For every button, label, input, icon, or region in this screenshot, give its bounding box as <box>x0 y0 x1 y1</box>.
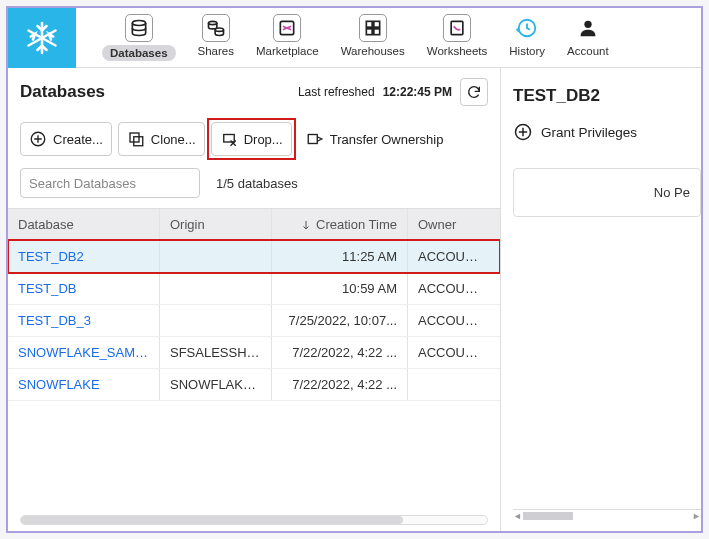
main-panel: Databases Last refreshed 12:22:45 PM Cre… <box>8 68 501 531</box>
svg-point-4 <box>208 21 216 24</box>
shares-icon <box>202 14 230 42</box>
refresh-button[interactable] <box>460 78 488 106</box>
cell-origin <box>160 305 272 336</box>
cell-owner <box>408 369 494 400</box>
account-icon <box>574 14 602 42</box>
toolbar: Create... Clone... Drop... Transfer Owne… <box>8 116 500 164</box>
header-database[interactable]: Database <box>8 209 160 240</box>
svg-rect-9 <box>366 29 372 35</box>
nav-items: Databases Shares Marketplace Warehouses … <box>76 14 635 61</box>
cell-owner: ACCOUNTAD <box>408 305 494 336</box>
table-row[interactable]: TEST_DB2 11:25 AM ACCOUNTAD <box>8 241 500 273</box>
history-icon <box>513 14 541 42</box>
nav-account[interactable]: Account <box>567 14 609 61</box>
table-row[interactable]: TEST_DB_3 7/25/2022, 10:07... ACCOUNTAD <box>8 305 500 337</box>
nav-marketplace[interactable]: Marketplace <box>256 14 319 61</box>
header-origin[interactable]: Origin <box>160 209 272 240</box>
svg-point-5 <box>215 28 223 31</box>
nav-worksheets[interactable]: Worksheets <box>427 14 488 61</box>
cell-creation: 11:25 AM <box>272 241 408 272</box>
page-header: Databases Last refreshed 12:22:45 PM <box>8 68 500 116</box>
cell-creation: 7/25/2022, 10:07... <box>272 305 408 336</box>
filter-row: 1/5 databases <box>8 164 500 208</box>
svg-rect-10 <box>374 29 380 35</box>
sort-down-icon <box>300 219 312 231</box>
transfer-label: Transfer Ownership <box>330 132 444 147</box>
page-title: Databases <box>20 82 105 102</box>
nav-label: History <box>509 45 545 57</box>
svg-point-3 <box>132 21 145 26</box>
refresh-info: Last refreshed 12:22:45 PM <box>298 78 488 106</box>
cell-creation: 7/22/2022, 4:22 ... <box>272 369 408 400</box>
clone-button[interactable]: Clone... <box>118 122 205 156</box>
search-input[interactable] <box>20 168 200 198</box>
snowflake-icon <box>24 20 60 56</box>
header-owner[interactable]: Owner <box>408 209 494 240</box>
cell-owner: ACCOUNTAD <box>408 337 494 368</box>
cell-origin: SFSALESSHAR... <box>160 337 272 368</box>
worksheets-icon <box>443 14 471 42</box>
clone-label: Clone... <box>151 132 196 147</box>
cell-database: SNOWFLAKE <box>8 369 160 400</box>
detail-panel: TEST_DB2 Grant Privileges No Pe ◄ ► <box>501 68 701 531</box>
nav-label: Databases <box>102 45 176 61</box>
table-header: Database Origin Creation Time Owner <box>8 208 500 241</box>
svg-rect-17 <box>134 137 143 146</box>
drop-button[interactable]: Drop... <box>211 122 292 156</box>
plus-circle-icon <box>513 122 533 142</box>
drop-icon <box>220 130 238 148</box>
refresh-time: 12:22:45 PM <box>383 85 452 99</box>
table-row[interactable]: SNOWFLAKE SNOWFLAKE.A... 7/22/2022, 4:22… <box>8 369 500 401</box>
svg-rect-8 <box>374 21 380 27</box>
database-icon <box>125 14 153 42</box>
nav-warehouses[interactable]: Warehouses <box>341 14 405 61</box>
databases-table: Database Origin Creation Time Owner TEST… <box>8 208 500 515</box>
create-label: Create... <box>53 132 103 147</box>
create-button[interactable]: Create... <box>20 122 112 156</box>
transfer-icon <box>306 130 324 148</box>
horizontal-scrollbar[interactable] <box>8 515 500 531</box>
app-frame: Databases Shares Marketplace Warehouses … <box>6 6 703 533</box>
cell-origin <box>160 273 272 304</box>
result-count: 1/5 databases <box>216 176 298 191</box>
top-nav: Databases Shares Marketplace Warehouses … <box>8 8 701 68</box>
snowflake-logo[interactable] <box>8 8 76 68</box>
warehouses-icon <box>359 14 387 42</box>
transfer-ownership-button[interactable]: Transfer Ownership <box>298 122 452 156</box>
clone-icon <box>127 130 145 148</box>
svg-point-14 <box>584 21 591 28</box>
svg-rect-7 <box>366 21 372 27</box>
drop-label: Drop... <box>244 132 283 147</box>
refresh-label: Last refreshed <box>298 85 375 99</box>
svg-rect-11 <box>451 21 463 34</box>
nav-label: Marketplace <box>256 45 319 57</box>
cell-origin: SNOWFLAKE.A... <box>160 369 272 400</box>
nav-label: Shares <box>198 45 234 57</box>
table-row[interactable]: TEST_DB 10:59 AM ACCOUNTAD <box>8 273 500 305</box>
table-row[interactable]: SNOWFLAKE_SAMPL... SFSALESSHAR... 7/22/2… <box>8 337 500 369</box>
detail-title: TEST_DB2 <box>513 80 701 118</box>
cell-owner: ACCOUNTAD <box>408 241 494 272</box>
nav-databases[interactable]: Databases <box>102 14 176 61</box>
nav-label: Worksheets <box>427 45 488 57</box>
cell-creation: 10:59 AM <box>272 273 408 304</box>
detail-horizontal-scrollbar[interactable]: ◄ ► <box>513 509 701 523</box>
cell-creation: 7/22/2022, 4:22 ... <box>272 337 408 368</box>
cell-owner: ACCOUNTAD <box>408 273 494 304</box>
content-area: Databases Last refreshed 12:22:45 PM Cre… <box>8 68 701 531</box>
svg-rect-16 <box>130 133 139 142</box>
svg-rect-18 <box>223 135 234 143</box>
plus-circle-icon <box>29 130 47 148</box>
nav-shares[interactable]: Shares <box>198 14 234 61</box>
nav-history[interactable]: History <box>509 14 545 61</box>
header-creation-time[interactable]: Creation Time <box>272 209 408 240</box>
cell-database: TEST_DB_3 <box>8 305 160 336</box>
refresh-icon <box>466 84 482 100</box>
svg-rect-19 <box>308 135 317 144</box>
marketplace-icon <box>273 14 301 42</box>
grant-label: Grant Privileges <box>541 125 637 140</box>
privileges-box: No Pe <box>513 168 701 217</box>
grant-privileges-button[interactable]: Grant Privileges <box>513 118 701 158</box>
cell-database: TEST_DB2 <box>8 241 160 272</box>
nav-label: Account <box>567 45 609 57</box>
